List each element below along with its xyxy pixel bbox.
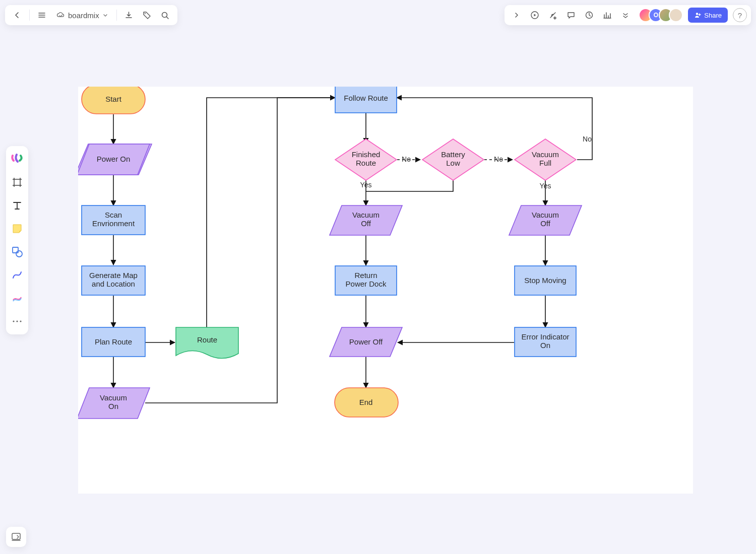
play-button[interactable] xyxy=(527,7,543,23)
svg-text:Start: Start xyxy=(105,95,122,103)
node-plan-route[interactable]: Plan Route xyxy=(82,327,145,357)
node-vacuum-on[interactable]: VacuumOn xyxy=(78,388,150,419)
minimap-button[interactable] xyxy=(6,527,26,547)
ai-logo-icon xyxy=(11,154,24,165)
node-route-doc[interactable]: Route xyxy=(176,327,238,359)
question-icon: ? xyxy=(738,11,742,20)
ai-tool[interactable] xyxy=(8,150,26,168)
edge-label: Yes xyxy=(360,181,372,189)
share-button[interactable]: Share xyxy=(688,8,728,23)
svg-text:Stop Moving: Stop Moving xyxy=(524,276,566,285)
download-button[interactable] xyxy=(121,7,137,23)
comment-button[interactable] xyxy=(563,7,579,23)
expand-button[interactable] xyxy=(509,7,525,23)
frame-tool[interactable] xyxy=(8,173,26,191)
shape-tool[interactable] xyxy=(8,243,26,261)
svg-point-8 xyxy=(16,320,18,322)
download-icon xyxy=(124,11,133,20)
node-scan-env[interactable]: ScanEnvrionment xyxy=(82,205,145,235)
canvas[interactable]: Yes No No No Yes Start End ScanEnvrionme… xyxy=(78,87,693,494)
svg-point-9 xyxy=(20,320,21,322)
avatar[interactable] xyxy=(669,8,683,22)
collaborator-avatars[interactable]: O xyxy=(639,8,683,22)
document-title-dropdown[interactable]: boardmix xyxy=(52,11,112,20)
node-vacuum-full[interactable]: VacuumFull xyxy=(515,139,576,180)
minimap-icon xyxy=(11,532,21,542)
edge-label: Yes xyxy=(540,182,551,190)
curve-icon xyxy=(11,269,23,281)
comment-icon xyxy=(566,11,576,20)
topbar-left: boardmix xyxy=(5,5,177,25)
chevron-down-icon xyxy=(102,12,108,18)
svg-text:Power Off: Power Off xyxy=(349,337,383,346)
share-label: Share xyxy=(704,12,722,19)
svg-rect-10 xyxy=(12,533,20,539)
node-finished-route[interactable]: FinishedRoute xyxy=(335,139,397,180)
edge-label: No xyxy=(583,135,592,143)
pen-path-icon xyxy=(11,292,23,304)
help-button[interactable]: ? xyxy=(733,8,747,22)
sticky-note-icon xyxy=(11,223,23,235)
edge-label: No xyxy=(494,155,503,163)
svg-text:Plan Route: Plan Route xyxy=(95,337,132,346)
svg-point-7 xyxy=(13,320,14,322)
sparkle-icon xyxy=(548,11,557,20)
more-toolbar-button[interactable] xyxy=(617,7,634,23)
tag-icon xyxy=(143,11,151,20)
svg-text:Follow Route: Follow Route xyxy=(344,94,388,102)
node-stop-moving[interactable]: Stop Moving xyxy=(515,266,576,295)
node-vacuum-off-left[interactable]: VacuumOff xyxy=(330,205,402,235)
edge-label: No xyxy=(402,155,411,163)
tool-dock xyxy=(6,146,28,334)
node-error-indicator[interactable]: Error IndicatorOn xyxy=(515,327,576,357)
svg-text:FinishedRoute: FinishedRoute xyxy=(352,150,381,167)
history-icon xyxy=(585,11,594,20)
node-start[interactable]: Start xyxy=(82,87,145,114)
node-vacuum-off-right[interactable]: VacuumOff xyxy=(509,205,582,235)
cloud-sync-icon xyxy=(56,11,65,20)
bar-chart-icon xyxy=(603,11,612,20)
text-icon xyxy=(12,200,23,211)
svg-text:Power On: Power On xyxy=(97,155,131,163)
svg-text:Generate Mapand Location: Generate Mapand Location xyxy=(89,271,138,288)
text-tool[interactable] xyxy=(8,196,26,215)
chevron-right-icon xyxy=(513,12,520,19)
node-battery-low[interactable]: BatteryLow xyxy=(422,139,484,180)
sticky-note-tool[interactable] xyxy=(8,220,26,238)
chevron-left-icon xyxy=(13,11,21,19)
menu-button[interactable] xyxy=(34,7,50,23)
play-circle-icon xyxy=(530,11,539,20)
back-button[interactable] xyxy=(9,7,25,23)
svg-point-4 xyxy=(696,13,698,15)
document-title: boardmix xyxy=(68,11,99,20)
ai-sparkle-button[interactable] xyxy=(545,7,561,23)
chevron-down-icon xyxy=(622,12,629,19)
user-plus-icon xyxy=(694,12,701,19)
svg-point-0 xyxy=(145,13,146,14)
svg-point-6 xyxy=(16,251,22,257)
node-follow-route[interactable]: Follow Route xyxy=(335,87,397,113)
svg-text:Route: Route xyxy=(197,335,217,344)
ellipsis-icon xyxy=(12,320,22,323)
pen-tool[interactable] xyxy=(8,289,26,307)
tag-button[interactable] xyxy=(139,7,155,23)
flowchart[interactable]: Yes No No No Yes Start End ScanEnvrionme… xyxy=(78,87,693,494)
shapes-icon xyxy=(11,246,23,258)
svg-text:End: End xyxy=(359,398,373,406)
frame-icon xyxy=(12,177,23,188)
search-icon xyxy=(161,11,169,20)
node-power-off[interactable]: Power Off xyxy=(330,327,402,357)
connector-tool[interactable] xyxy=(8,266,26,284)
more-tools[interactable] xyxy=(8,312,26,330)
hamburger-icon xyxy=(38,11,46,19)
node-return-dock[interactable]: ReturnPower Dock xyxy=(335,266,397,295)
node-gen-map[interactable]: Generate Mapand Location xyxy=(82,266,145,295)
search-button[interactable] xyxy=(157,7,173,23)
node-end[interactable]: End xyxy=(335,388,398,417)
node-power-on[interactable]: Power On xyxy=(78,144,150,175)
topbar-right: O Share ? xyxy=(505,5,751,25)
chart-button[interactable] xyxy=(599,7,615,23)
history-button[interactable] xyxy=(581,7,597,23)
